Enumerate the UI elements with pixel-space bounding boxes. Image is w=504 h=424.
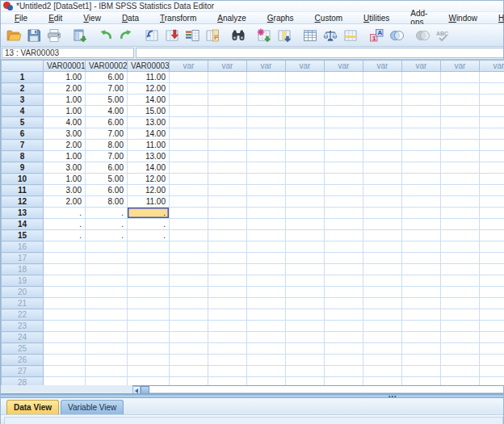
recall-dialogs-icon[interactable] [70, 26, 90, 45]
data-cell[interactable]: 7.00 [86, 151, 128, 162]
data-cell[interactable] [441, 287, 480, 298]
split-file-icon[interactable] [300, 26, 321, 45]
data-cell[interactable] [170, 106, 208, 117]
data-cell[interactable] [128, 241, 170, 253]
data-cell[interactable]: 14.00 [128, 128, 170, 140]
row-header-27[interactable]: 27 [2, 366, 44, 377]
data-cell[interactable] [247, 355, 286, 366]
data-cell[interactable] [480, 151, 504, 162]
data-cell[interactable] [325, 106, 363, 117]
data-cell[interactable] [402, 241, 441, 253]
row-header-1[interactable]: 1 [2, 72, 44, 83]
row-header-20[interactable]: 20 [2, 287, 44, 298]
data-cell[interactable] [128, 366, 170, 377]
data-cell[interactable] [480, 366, 504, 377]
data-cell[interactable] [480, 219, 504, 230]
data-cell[interactable] [44, 241, 86, 253]
data-cell[interactable] [170, 253, 208, 264]
data-cell[interactable] [441, 332, 480, 343]
data-cell[interactable] [441, 162, 480, 174]
data-cell[interactable]: . [86, 219, 128, 230]
row-header-19[interactable]: 19 [2, 275, 44, 287]
data-cell[interactable] [363, 83, 402, 94]
find-icon[interactable] [229, 26, 249, 45]
data-cell[interactable] [325, 151, 363, 162]
data-cell[interactable] [480, 94, 504, 106]
data-cell[interactable]: . [86, 208, 128, 219]
column-header-var[interactable]: var [247, 61, 286, 72]
data-cell[interactable] [208, 230, 247, 241]
data-cell[interactable] [86, 321, 128, 332]
data-cell[interactable] [325, 366, 363, 377]
data-cell[interactable]: 8.00 [86, 140, 128, 151]
data-cell[interactable] [286, 287, 325, 298]
data-cell[interactable] [170, 230, 208, 241]
column-header-var[interactable]: var [402, 61, 441, 72]
data-cell[interactable] [170, 298, 208, 309]
undo-icon[interactable] [96, 26, 116, 45]
goto-variable-icon[interactable] [183, 26, 203, 45]
data-cell[interactable] [44, 332, 86, 343]
data-cell[interactable] [208, 241, 247, 253]
data-cell[interactable] [247, 321, 286, 332]
data-cell[interactable] [363, 230, 402, 241]
data-cell[interactable] [480, 140, 504, 151]
data-cell[interactable] [286, 196, 325, 208]
horizontal-scrollbar-track[interactable] [132, 385, 503, 393]
data-cell[interactable] [208, 196, 247, 208]
data-cell[interactable] [208, 185, 247, 196]
data-cell[interactable] [402, 83, 441, 94]
data-cell[interactable] [441, 219, 480, 230]
data-cell[interactable] [247, 219, 286, 230]
variables-icon[interactable]: µ [203, 26, 223, 45]
data-cell[interactable] [441, 128, 480, 140]
data-cell[interactable] [247, 151, 286, 162]
use-variable-sets-icon[interactable] [387, 26, 407, 45]
data-cell[interactable] [44, 309, 86, 321]
data-cell[interactable] [208, 366, 247, 377]
data-cell[interactable]: . [44, 219, 86, 230]
data-cell[interactable] [441, 72, 480, 83]
data-cell[interactable] [402, 230, 441, 241]
data-cell[interactable] [363, 174, 402, 185]
data-cell[interactable] [363, 151, 402, 162]
redo-icon[interactable] [116, 26, 136, 45]
data-cell[interactable] [170, 219, 208, 230]
data-cell[interactable] [402, 377, 441, 386]
row-header-16[interactable]: 16 [2, 241, 44, 253]
row-header-8[interactable]: 8 [2, 151, 44, 162]
data-cell[interactable] [363, 309, 402, 321]
data-cell[interactable] [170, 162, 208, 174]
data-cell[interactable] [480, 287, 504, 298]
data-cell[interactable] [208, 275, 247, 287]
data-cell[interactable] [441, 106, 480, 117]
data-cell[interactable] [128, 321, 170, 332]
data-cell[interactable] [247, 128, 286, 140]
data-cell[interactable] [325, 94, 363, 106]
row-header-4[interactable]: 4 [2, 106, 44, 117]
data-cell[interactable]: 8.00 [86, 196, 128, 208]
data-cell[interactable] [170, 174, 208, 185]
data-cell[interactable]: 12.00 [128, 83, 170, 94]
data-cell[interactable] [286, 343, 325, 355]
data-cell[interactable] [441, 366, 480, 377]
data-cell[interactable] [325, 230, 363, 241]
data-cell[interactable] [170, 264, 208, 275]
row-header-22[interactable]: 22 [2, 309, 44, 321]
data-cell[interactable] [480, 83, 504, 94]
selected-cell[interactable]: . [128, 208, 170, 219]
data-cell[interactable]: . [128, 219, 170, 230]
data-cell[interactable] [441, 355, 480, 366]
data-cell[interactable] [402, 332, 441, 343]
data-cell[interactable] [286, 94, 325, 106]
data-cell[interactable] [441, 94, 480, 106]
data-cell[interactable] [441, 264, 480, 275]
data-cell[interactable] [170, 94, 208, 106]
insert-cases-icon[interactable] [254, 26, 275, 45]
data-cell[interactable]: 2.00 [44, 83, 86, 94]
data-cell[interactable] [402, 117, 441, 128]
data-cell[interactable]: 5.00 [86, 94, 128, 106]
data-cell[interactable] [208, 343, 247, 355]
data-cell[interactable] [363, 140, 402, 151]
row-header-6[interactable]: 6 [2, 128, 44, 140]
